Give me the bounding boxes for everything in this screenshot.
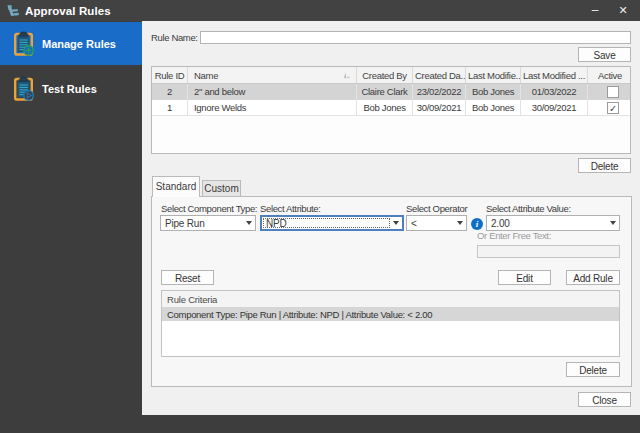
cell-last-modified-by: Bob Jones bbox=[466, 84, 521, 100]
chevron-down-icon bbox=[457, 221, 463, 225]
cell-created-by: Bob Jones bbox=[357, 100, 413, 115]
column-header-created-date[interactable]: Created Da... bbox=[413, 67, 466, 83]
active-checkbox[interactable]: ✓ bbox=[607, 102, 619, 114]
tab-standard[interactable]: Standard bbox=[152, 176, 200, 197]
add-rule-button-label: Add Rule bbox=[573, 271, 613, 285]
component-type-value: Pipe Run bbox=[165, 217, 205, 231]
table-row-selected[interactable]: 2 2" and below Claire Clark 23/02/2022 B… bbox=[152, 84, 630, 100]
clipboard-add-icon bbox=[14, 31, 34, 56]
app-logo-icon bbox=[6, 5, 19, 17]
cell-active: ✓ bbox=[588, 100, 632, 115]
attribute-value-dropdown[interactable]: 2.00 bbox=[486, 215, 620, 231]
operator-value: < bbox=[411, 217, 417, 231]
close-button[interactable]: ✕ bbox=[608, 0, 638, 21]
rule-name-label: Rule Name: bbox=[151, 31, 198, 44]
column-header-name[interactable]: Name bbox=[188, 67, 357, 83]
operator-dropdown[interactable]: < bbox=[406, 215, 467, 231]
cell-created-by: Claire Clark bbox=[357, 84, 413, 100]
delete-button-label: Delete bbox=[591, 159, 619, 173]
attribute-value-value: 2.00 bbox=[491, 217, 510, 231]
save-button-label: Save bbox=[594, 48, 616, 62]
sort-icon bbox=[343, 72, 350, 79]
delete-criteria-button-label: Delete bbox=[579, 363, 607, 377]
attribute-value-label: Select Attribute Value: bbox=[486, 203, 571, 214]
rule-name-input[interactable] bbox=[200, 31, 631, 44]
chevron-down-icon bbox=[610, 221, 616, 225]
free-text-label: Or Enter Free Text: bbox=[477, 230, 551, 241]
clipboard-play-icon bbox=[14, 76, 34, 101]
column-header-rule-id[interactable]: Rule ID bbox=[152, 67, 188, 83]
column-header-last-modified-date[interactable]: Last Modified ... bbox=[521, 67, 588, 83]
rule-criteria-list: Rule Criteria Component Type: Pipe Run |… bbox=[161, 290, 620, 357]
window-title: Approval Rules bbox=[25, 0, 111, 21]
cell-last-modified-by: Bob Jones bbox=[466, 100, 521, 115]
edit-button[interactable]: Edit bbox=[498, 270, 551, 285]
sidebar-item-manage-rules[interactable]: Manage Rules bbox=[0, 22, 142, 65]
cell-active bbox=[588, 84, 632, 100]
reset-button[interactable]: Reset bbox=[161, 270, 214, 285]
sidebar-item-label: Test Rules bbox=[42, 67, 97, 110]
cell-created-date: 23/02/2022 bbox=[413, 84, 466, 100]
component-type-dropdown[interactable]: Pipe Run bbox=[160, 215, 256, 231]
edit-button-label: Edit bbox=[516, 271, 532, 285]
close-button-label: Close bbox=[592, 393, 617, 407]
component-type-label: Select Component Type: bbox=[161, 203, 257, 214]
rule-criteria-item[interactable]: Component Type: Pipe Run | Attribute: NP… bbox=[162, 308, 619, 321]
save-button[interactable]: Save bbox=[578, 47, 631, 62]
column-header-last-modified-by[interactable]: Last Modifie... bbox=[466, 67, 521, 83]
cell-last-modified-date: 01/03/2022 bbox=[521, 84, 588, 100]
sidebar-item-test-rules[interactable]: Test Rules bbox=[0, 67, 142, 110]
sidebar: Manage Rules Test Rules bbox=[0, 21, 142, 433]
operator-label: Select Operator bbox=[406, 203, 467, 214]
free-text-input[interactable] bbox=[477, 245, 620, 258]
attribute-label: Select Attribute: bbox=[260, 203, 321, 214]
chevron-down-icon bbox=[393, 221, 399, 225]
sidebar-item-label: Manage Rules bbox=[42, 22, 116, 65]
approval-rules-window: Approval Rules – ✕ Manage Rules bbox=[0, 0, 640, 433]
column-header-name-label: Name bbox=[194, 70, 218, 81]
cell-name: 2" and below bbox=[188, 84, 357, 100]
delete-rule-button[interactable]: Delete bbox=[578, 158, 631, 173]
cell-rule-id: 1 bbox=[152, 100, 188, 115]
column-header-active[interactable]: Active bbox=[588, 67, 632, 83]
attribute-dropdown[interactable]: NPD bbox=[260, 215, 404, 231]
active-checkbox[interactable] bbox=[607, 86, 619, 98]
reset-button-label: Reset bbox=[175, 271, 200, 285]
close-dialog-button[interactable]: Close bbox=[578, 392, 631, 407]
rule-criteria-header: Rule Criteria bbox=[162, 291, 619, 308]
title-bar: Approval Rules – ✕ bbox=[0, 0, 640, 21]
info-icon[interactable]: i bbox=[471, 218, 483, 230]
minimize-button[interactable]: – bbox=[580, 0, 610, 21]
cell-rule-id: 2 bbox=[152, 84, 188, 100]
table-row[interactable]: 1 Ignore Welds Bob Jones 30/09/2021 Bob … bbox=[152, 100, 630, 116]
delete-criteria-button[interactable]: Delete bbox=[566, 362, 620, 377]
chevron-down-icon bbox=[246, 221, 252, 225]
cell-created-date: 30/09/2021 bbox=[413, 100, 466, 115]
column-header-created-by[interactable]: Created By bbox=[357, 67, 413, 83]
tab-custom[interactable]: Custom bbox=[202, 180, 241, 197]
rules-table: Rule ID Name Created By Created Da... La… bbox=[151, 66, 631, 154]
attribute-value: NPD bbox=[266, 217, 287, 231]
add-rule-button[interactable]: Add Rule bbox=[566, 270, 620, 285]
cell-last-modified-date: 30/09/2021 bbox=[521, 100, 588, 115]
cell-name: Ignore Welds bbox=[188, 100, 357, 115]
rules-table-header: Rule ID Name Created By Created Da... La… bbox=[152, 67, 630, 84]
